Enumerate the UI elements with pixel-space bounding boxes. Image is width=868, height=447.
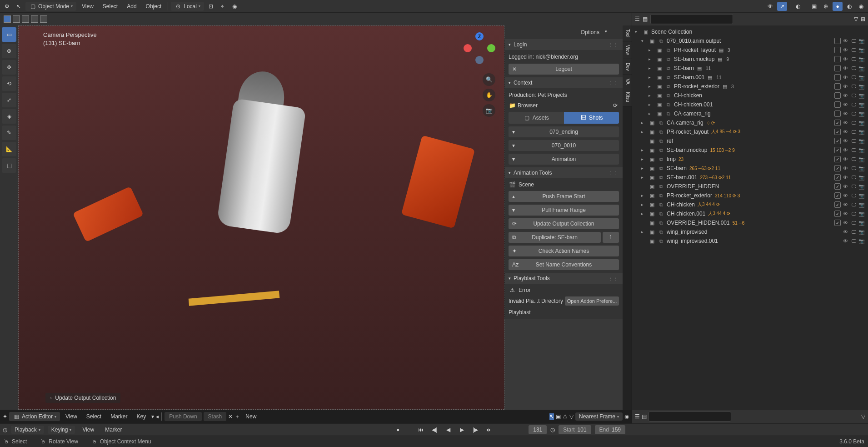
gizmo-visibility-icon[interactable]: 👁 (765, 2, 775, 11)
viewport-icon[interactable]: 🖵 (850, 201, 857, 208)
measure-tool[interactable]: 📐 (2, 142, 16, 156)
visibility-icon[interactable]: 👁 (842, 92, 849, 99)
options-dropdown[interactable]: Options (577, 27, 603, 37)
playback-dropdown[interactable]: Playback ▾ (11, 426, 44, 434)
exclude-checkbox[interactable] (834, 38, 841, 44)
unlink-icon[interactable]: ✕ (228, 413, 233, 420)
summary-icon[interactable]: ▣ (556, 413, 561, 420)
viewport-icon[interactable]: 🖵 (850, 210, 857, 217)
disclosure-icon[interactable]: ▸ (649, 57, 654, 61)
tree-row[interactable]: ▸▣⧉SE-barn.001 273 ─63 ⟳2 11👁🖵📷 (633, 173, 867, 182)
visibility-icon[interactable]: 👁 (842, 37, 849, 45)
render-icon[interactable]: 📷 (858, 174, 865, 181)
viewport-icon[interactable]: 🖵 (850, 92, 857, 99)
disclosure-icon[interactable] (641, 239, 647, 243)
exclude-checkbox[interactable] (834, 92, 841, 99)
open-addon-prefs-button[interactable]: Open Addon Prefere... (565, 296, 619, 306)
keyframe-next-icon[interactable]: |▶ (470, 426, 480, 434)
exclude-checkbox[interactable] (834, 101, 841, 108)
render-icon[interactable]: 📷 (858, 55, 865, 63)
exclude-checkbox[interactable] (834, 220, 841, 226)
visibility-icon[interactable]: 👁 (842, 174, 849, 181)
render-icon[interactable]: 📷 (858, 228, 865, 236)
tree-row[interactable]: ▸▣⧉CH-chicken 人3 44 4 ⟳👁🖵📷 (633, 200, 867, 209)
cursor-tool-icon[interactable]: ↖ (14, 2, 24, 11)
visibility-icon[interactable]: 👁 (842, 183, 849, 190)
select-mode-1[interactable] (4, 15, 11, 23)
dope-select-menu[interactable]: Select (83, 412, 105, 422)
tree-row-root[interactable]: ▾▣Scene Collection (633, 27, 867, 36)
keyframe-prev-icon[interactable]: ◀| (429, 426, 439, 434)
render-icon[interactable]: 📷 (858, 46, 865, 54)
viewport-icon[interactable]: 🖵 (850, 110, 857, 117)
push-frame-start-button[interactable]: ▴ Push Frame Start (509, 191, 619, 202)
render-icon[interactable]: 📷 (858, 110, 865, 117)
new-collection-icon[interactable]: ⊞ (861, 16, 865, 22)
render-icon[interactable]: 📷 (858, 101, 865, 108)
render-icon[interactable]: 📷 (858, 183, 865, 190)
pull-frame-range-button[interactable]: ▾ Pull Frame Range (509, 205, 619, 216)
action-editor-dropdown[interactable]: ▦ Action Editor ▾ (9, 412, 60, 421)
login-panel-header[interactable]: ▾ Login ⋮⋮ (505, 39, 623, 50)
timeline-marker-menu[interactable]: Marker (101, 425, 125, 435)
visibility-icon[interactable]: 👁 (842, 55, 849, 63)
snap-icon[interactable]: ⌖ (218, 2, 228, 11)
visibility-icon[interactable]: 👁 (842, 219, 849, 226)
disclosure-icon[interactable]: ▸ (649, 93, 654, 98)
preferences-icon[interactable]: ⚙ (2, 2, 12, 11)
disclosure-icon[interactable]: ▸ (649, 111, 654, 116)
update-output-collection-button[interactable]: ⟳ Update Output Collection (509, 218, 619, 229)
exclude-checkbox[interactable] (834, 47, 841, 53)
exclude-checkbox[interactable] (834, 201, 841, 208)
disclosure-icon[interactable]: ▸ (641, 166, 647, 171)
outliner-search-input[interactable] (650, 14, 733, 24)
render-icon[interactable]: 📷 (858, 156, 865, 163)
play-icon[interactable]: ▶ (457, 426, 467, 434)
tree-row[interactable]: ▣⧉OVERRIDE_HIDDEN 👁🖵📷 (633, 182, 867, 191)
vtab-va[interactable]: VA (623, 75, 632, 89)
timeline-view-menu[interactable]: View (79, 425, 98, 435)
exclude-checkbox[interactable] (834, 83, 841, 90)
snap-dropdown[interactable]: Nearest Frame ▾ (575, 412, 623, 421)
select-box-tool[interactable]: ▭ (2, 27, 16, 42)
shots-tab[interactable]: 🎞 Shots (564, 112, 619, 124)
exclude-checkbox[interactable] (834, 120, 841, 126)
select-menu[interactable]: Select (99, 1, 121, 11)
visibility-icon[interactable]: 👁 (842, 210, 849, 217)
visibility-icon[interactable]: 👁 (842, 46, 849, 54)
dope-view-menu[interactable]: View (62, 412, 81, 422)
tree-row[interactable]: ▸▣⧉CH-chicken.001 👁🖵📷 (633, 100, 867, 109)
tree-row[interactable]: ▸▣⧉CA-camera_rig 👁🖵📷 (633, 109, 867, 118)
viewport-icon[interactable]: 🖵 (850, 183, 857, 190)
exclude-checkbox[interactable] (834, 74, 841, 80)
mode-dropdown[interactable]: ▢ Object Mode ▾ (25, 2, 76, 11)
xray-icon[interactable]: ▣ (809, 2, 819, 11)
assets-tab[interactable]: ▢ Assets (509, 112, 564, 124)
rotate-tool[interactable]: ⟲ (2, 76, 16, 91)
outliner-display-icon[interactable]: ▤ (643, 16, 648, 22)
down-arrow-icon[interactable]: ▾ (151, 413, 154, 420)
render-icon[interactable]: 📷 (858, 119, 865, 126)
preview-range-icon[interactable]: ◷ (550, 427, 555, 433)
move-tool[interactable]: ✥ (2, 60, 16, 75)
jump-start-icon[interactable]: ⏮ (416, 426, 426, 434)
disclosure-icon[interactable]: ▸ (649, 48, 654, 52)
viewport-icon[interactable]: 🖵 (850, 237, 857, 245)
drag-handle-icon[interactable]: ⋮⋮ (608, 80, 619, 85)
context-panel-header[interactable]: ▾ Context ⋮⋮ (505, 77, 623, 88)
vtab-dev[interactable]: Dev (623, 59, 632, 75)
tree-row[interactable]: ▸▣⧉PR-rocket_exterior ▤3👁🖵📷 (633, 82, 867, 91)
exclude-checkbox[interactable] (834, 183, 841, 190)
exclude-checkbox[interactable] (834, 65, 841, 71)
disclosure-icon[interactable]: ▸ (641, 230, 647, 234)
add-icon[interactable]: ＋ (234, 413, 240, 421)
render-icon[interactable]: 📷 (858, 128, 865, 136)
render-icon[interactable]: 📷 (858, 237, 865, 245)
visibility-icon[interactable]: 👁 (842, 156, 849, 163)
scale-tool[interactable]: ⤢ (2, 93, 16, 107)
tree-row[interactable]: ▸▣⧉CH-chicken.001 人3 44 4 ⟳👁🖵📷 (633, 209, 867, 218)
render-icon[interactable]: 📷 (858, 37, 865, 45)
visibility-icon[interactable]: 👁 (842, 228, 849, 236)
exclude-checkbox[interactable] (834, 211, 841, 217)
exclude-checkbox[interactable] (834, 192, 841, 199)
